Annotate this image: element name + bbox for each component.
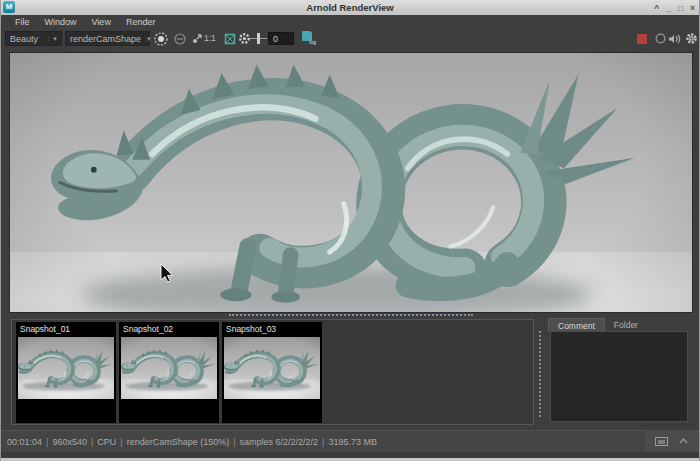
toolbar: Beauty ▼ renderCamShape ▼ 1:1 0 log [1,28,699,48]
exposure-slider-handle[interactable] [257,33,260,44]
aov-select[interactable]: Beauty ▼ [5,31,62,46]
refresh-render-icon[interactable] [653,31,668,46]
menubar: File Window View Render [1,15,699,28]
status-separator: | [318,437,328,447]
arnold-renderview-window: M Arnold RenderView ^ _ □ × File Window … [0,0,700,461]
statusbar-right [645,430,699,452]
render-viewport[interactable] [9,52,693,313]
snapshot-card[interactable]: Snapshot_01 [16,322,116,423]
menu-view[interactable]: View [92,17,111,27]
status-separator: | [42,437,52,447]
status-device: CPU [97,437,116,447]
isolate-selected-icon[interactable] [172,31,187,46]
comment-text-area[interactable] [550,331,688,422]
log-icon-label: log [309,39,316,45]
window-title: Arnold RenderView [1,2,699,13]
camera-select[interactable]: renderCamShape ▼ [65,31,150,46]
snapshot-card[interactable]: Snapshot_02 [119,322,219,423]
save-image-icon[interactable] [655,436,668,447]
chevron-down-icon: ▼ [48,36,61,42]
snapshot-label: Snapshot_02 [119,322,219,336]
menu-window[interactable]: Window [45,17,77,27]
status-separator: | [87,437,97,447]
status-memory: 3185.73 MB [328,437,377,447]
exposure-value-field[interactable]: 0 [268,32,294,45]
test-resolution-icon[interactable] [222,31,237,46]
menu-file[interactable]: File [15,17,30,27]
snapshot-label: Snapshot_03 [222,322,322,336]
status-separator: | [116,437,126,447]
stop-render-button[interactable] [634,31,649,46]
pan-zoom-icon[interactable] [189,31,204,46]
tab-comment[interactable]: Comment [548,318,605,331]
chevron-down-icon: ▼ [145,36,152,42]
panel-tabs: Comment Folder [548,318,692,331]
minimize-button[interactable]: _ [666,3,671,13]
zoom-1to1-button[interactable]: 1:1 [204,33,216,43]
snapshot-card[interactable]: Snapshot_03 [222,322,322,423]
camera-select-value: renderCamShape [66,34,145,44]
log-display-icon[interactable]: log [301,31,315,45]
statusbar: 00:01:04 | 960x540 | CPU | renderCamShap… [1,430,699,452]
app-icon-letter: M [6,2,13,11]
titlebar: M Arnold RenderView ^ _ □ × [1,0,699,15]
notification-sound-icon[interactable] [667,31,682,46]
region-render-icon[interactable] [153,31,168,46]
snapshot-thumbnail[interactable] [18,337,114,399]
vertical-splitter-handle[interactable] [539,331,541,417]
snapshot-thumbnail-image [18,337,114,399]
tab-folder[interactable]: Folder [605,318,647,331]
snapshots-panel: Snapshot_01 Snapshot_02 Snapshot_03 [11,319,534,425]
snapshot-thumbnail[interactable] [224,337,320,399]
aov-select-value: Beauty [6,34,48,44]
collapse-chevron-icon[interactable] [678,437,689,445]
comment-panel: Comment Folder [546,318,692,426]
horizontal-splitter-handle[interactable] [229,314,473,316]
shade-button[interactable]: ^ [654,3,659,13]
status-render-time: 00:01:04 [7,437,42,447]
rendered-image-dragon [10,53,692,312]
status-camera: renderCamShape (150%) [127,437,230,447]
mouse-cursor-icon [160,263,174,283]
status-separator: | [229,437,239,447]
snapshot-thumbnail-image [224,337,320,399]
snapshot-thumbnail[interactable] [121,337,217,399]
snapshot-label: Snapshot_01 [16,322,116,336]
settings-gear-icon[interactable] [684,31,699,46]
close-button[interactable]: × [690,3,695,13]
menu-render[interactable]: Render [126,17,156,27]
maximize-button[interactable]: □ [678,3,683,13]
snapshot-thumbnail-image [121,337,217,399]
maya-app-icon: M [3,1,15,13]
status-samples: samples 6/2/2/2/2/2 [240,437,319,447]
status-resolution: 960x540 [52,437,87,447]
